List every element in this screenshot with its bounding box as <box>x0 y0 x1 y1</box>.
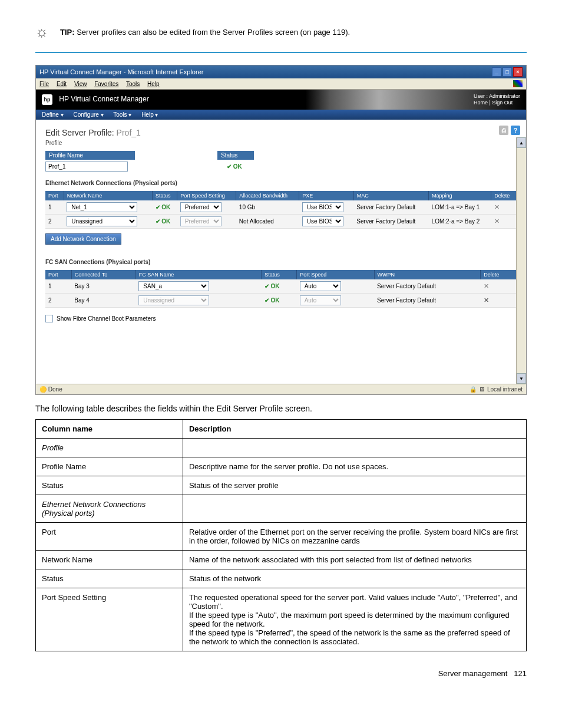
menu-help[interactable]: Help <box>147 81 160 87</box>
table-row: StatusStatus of the server profile <box>36 476 527 495</box>
delete-icon[interactable]: ✕ <box>494 203 500 210</box>
window-minimize-button[interactable]: _ <box>492 67 501 77</box>
cell: Bay 4 <box>71 294 135 308</box>
fc-col-del: Delete <box>481 270 517 279</box>
signout-link[interactable]: Sign Out <box>492 100 513 106</box>
fc-san-select[interactable]: Unassigned <box>138 295 209 305</box>
cell: Port Speed Setting <box>36 588 183 651</box>
eth-col-bw: Allocated Bandwidth <box>236 191 299 200</box>
user-block: User : Administrator Home | Sign Out <box>474 93 520 106</box>
delete-icon[interactable]: ✕ <box>494 218 500 225</box>
status-ok: OK <box>156 204 171 210</box>
pxe-select[interactable]: Use BIOS <box>302 216 343 226</box>
port-speed-select[interactable]: Preferred <box>180 202 222 212</box>
cell: Server Factory Default <box>353 215 428 229</box>
scroll-up-icon[interactable]: ▲ <box>517 137 526 148</box>
home-link[interactable]: Home <box>474 100 488 106</box>
tip-text: TIP: Server profiles can also be edited … <box>60 28 350 37</box>
eth-col-mac: MAC <box>353 191 428 200</box>
eth-col-del: Delete <box>491 191 517 200</box>
eth-col-net: Network Name <box>64 191 152 200</box>
add-network-connection-button[interactable]: Add Network Connection <box>45 233 121 245</box>
cell: 1 <box>45 279 71 294</box>
status-done: 🟡 Done <box>39 386 62 393</box>
boot-params-row: Show Fibre Channel Boot Parameters <box>45 315 517 322</box>
hp-logo-icon: hp <box>42 94 52 105</box>
window-maximize-button[interactable]: □ <box>503 67 512 77</box>
menu-file[interactable]: File <box>39 81 49 87</box>
eth-col-status: Status <box>153 191 177 200</box>
cell <box>183 495 526 523</box>
cell: Server Factory Default <box>374 294 481 308</box>
delete-icon[interactable]: ✕ <box>484 282 489 289</box>
status-ok: OK <box>265 283 280 289</box>
print-icon[interactable]: ⎙ <box>499 126 508 135</box>
menu-favorites[interactable]: Favorites <box>94 81 118 87</box>
eth-col-speed: Port Speed Setting <box>177 191 236 200</box>
page-footer: Server management 121 <box>35 669 527 678</box>
cell: Server Factory Default <box>353 200 428 215</box>
cell: Status of the network <box>183 569 526 588</box>
nav-tools[interactable]: Tools ▾ <box>113 111 131 118</box>
eth-col-map: Mapping <box>429 191 491 200</box>
screenshot-window: HP Virtual Connect Manager - Microsoft I… <box>35 65 527 395</box>
cell: Not Allocated <box>236 215 299 229</box>
description-table: Column name Description Profile Profile … <box>35 419 527 651</box>
intro-text: The following table describes the fields… <box>35 404 527 413</box>
page-title-prefix: Edit Server Profile: <box>45 128 114 137</box>
menu-edit[interactable]: Edit <box>57 81 67 87</box>
cell: Profile <box>36 439 183 457</box>
fc-speed-select[interactable]: Auto <box>300 281 341 291</box>
menu-view[interactable]: View <box>74 81 87 87</box>
boot-params-checkbox[interactable] <box>45 315 53 322</box>
hdr-description: Description <box>183 420 526 439</box>
table-row: StatusStatus of the network <box>36 569 527 588</box>
app-header-bar: hp HP Virtual Connect Manager User : Adm… <box>36 90 526 110</box>
pxe-select[interactable]: Use BIOS <box>302 202 343 212</box>
table-row: Port Speed SettingThe requested operatio… <box>36 588 527 651</box>
eth-col-pxe: PXE <box>299 191 354 200</box>
status-zone: Local intranet <box>487 386 523 393</box>
fc-col-conn: Connected To <box>71 270 135 279</box>
scroll-down-icon[interactable]: ▼ <box>517 373 526 384</box>
fc-speed-select[interactable]: Auto <box>300 295 341 305</box>
cell: Bay 3 <box>71 279 135 294</box>
nav-define[interactable]: Define ▾ <box>42 111 64 118</box>
nav-menu: Define ▾ Configure ▾ Tools ▾ Help ▾ <box>36 110 526 120</box>
cell: Relative order of the Ethernet port on t… <box>183 523 526 551</box>
table-row: 1 Bay 3 SAN_a OK Auto Server Factory Def… <box>45 279 517 294</box>
fc-col-san: FC SAN Name <box>135 270 261 279</box>
cell: Name of the network associated with this… <box>183 551 526 569</box>
fc-col-speed: Port Speed <box>297 270 374 279</box>
cell: 2 <box>45 294 71 308</box>
delete-icon[interactable]: ✕ <box>484 297 489 304</box>
tip-row: ☼ TIP: Server profiles can also be edite… <box>35 24 527 53</box>
status-ok: OK <box>156 218 171 225</box>
profile-status-header: Status <box>217 151 254 160</box>
menu-tools[interactable]: Tools <box>126 81 140 87</box>
ie-menubar: File Edit View Favorites Tools Help <box>36 78 526 90</box>
fc-san-select[interactable]: SAN_a <box>138 281 209 291</box>
window-close-button[interactable]: × <box>513 67 523 77</box>
fc-col-status: Status <box>262 270 297 279</box>
fc-col-wwpn: WWPN <box>374 270 481 279</box>
cell: The requested operational speed for the … <box>183 588 526 651</box>
nav-help[interactable]: Help ▾ <box>141 111 158 118</box>
vertical-scrollbar[interactable]: ▲ ▼ <box>516 137 526 384</box>
footer-page-number: 121 <box>514 669 527 678</box>
table-row: Network NameName of the network associat… <box>36 551 527 569</box>
network-name-select[interactable]: Unassigned <box>67 216 137 226</box>
lightbulb-icon: ☼ <box>35 24 48 40</box>
cell: Server Factory Default <box>374 279 481 294</box>
ethernet-section-label: Ethernet Network Connections (Physical p… <box>45 180 517 186</box>
table-row: Profile <box>36 439 527 457</box>
help-icon[interactable]: ? <box>511 126 520 135</box>
network-name-select[interactable]: Net_1 <box>67 202 137 212</box>
profile-name-input[interactable] <box>45 162 128 172</box>
cell: LOM:1-a => Bay 1 <box>429 200 491 215</box>
cell: Status of the server profile <box>183 476 526 495</box>
nav-configure[interactable]: Configure ▾ <box>73 111 103 118</box>
port-speed-select[interactable]: Preferred <box>180 216 222 226</box>
ie-logo-icon <box>513 80 523 87</box>
hdr-column-name: Column name <box>36 420 183 439</box>
